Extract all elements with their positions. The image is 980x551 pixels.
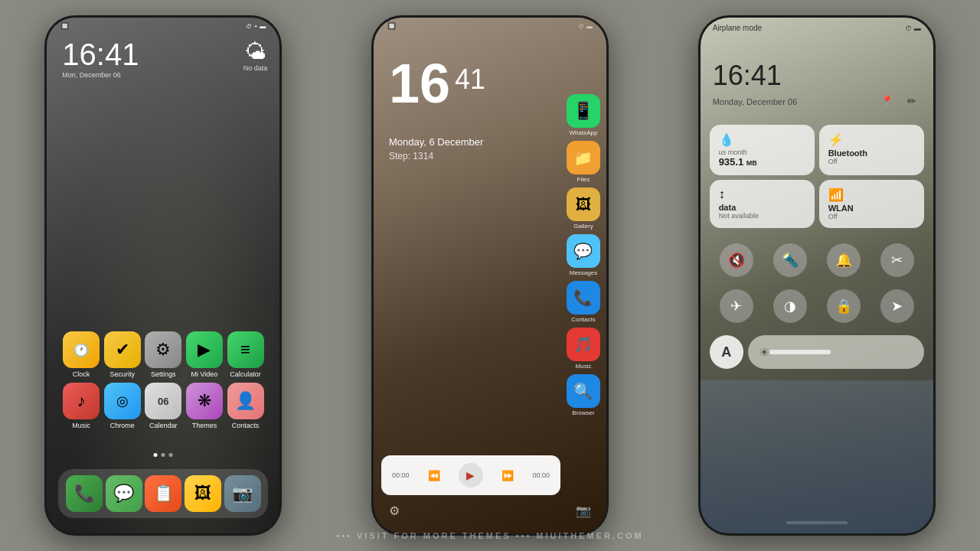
bluetooth-subtitle: Off: [828, 158, 915, 165]
app-calculator[interactable]: ≡ Calculator: [227, 331, 264, 378]
flashlight-button[interactable]: 🔦: [773, 243, 807, 277]
phone2-date-display: Monday, 6 December Step: 1314: [389, 136, 483, 161]
data-usage-tile[interactable]: 💧 us month 935.1 MB: [710, 125, 815, 175]
bluetooth-title: Bluetooth: [828, 148, 915, 158]
location-icon-btn[interactable]: 📍: [878, 92, 897, 110]
camera-bottom-icon[interactable]: 📷: [576, 504, 591, 518]
wlan-subtitle: Off: [828, 213, 915, 220]
data-usage-value: 935.1 MB: [719, 156, 805, 168]
whatsapp-icon: 📱: [567, 94, 600, 128]
dock-phone[interactable]: 📞: [66, 475, 103, 512]
app-calendar[interactable]: 06 Calendar: [145, 383, 181, 429]
music-sidebar-label: Music: [576, 363, 592, 370]
calendar-label: Calendar: [149, 422, 178, 429]
sidebar-whatsapp[interactable]: 📱 WhatsApp: [567, 94, 600, 136]
dock-list[interactable]: 📋: [145, 475, 181, 512]
data-usage-icon: 💧: [719, 132, 734, 147]
status-bar-2: 🔲 ⏱ ▬: [374, 18, 606, 30]
dock-camera[interactable]: 📷: [224, 475, 261, 512]
sidebar-apps: 📱 WhatsApp 📁 Files 🖼 Gallery 💬 Messages …: [567, 94, 600, 416]
forward-button[interactable]: ⏩: [501, 470, 514, 481]
messages-sidebar-icon: 💬: [567, 234, 600, 268]
lock-button[interactable]: 🔒: [827, 289, 861, 323]
sidebar-files[interactable]: 📁 Files: [567, 141, 600, 183]
airplane-button[interactable]: ✈: [720, 289, 753, 323]
app-mivideo[interactable]: ▶ Mi Video: [186, 331, 223, 378]
messages-app-icon: 💬: [106, 475, 142, 512]
screenshot-button[interactable]: ✂: [880, 243, 914, 277]
music-app-icon: ♪: [63, 383, 100, 419]
mute-button[interactable]: 🔇: [720, 243, 753, 277]
phone-3: Airplane mode ⏱ ▬ 16:41 Monday, December…: [698, 15, 936, 536]
dock-bar: 📞 💬 📋 🖼 📷: [58, 469, 268, 518]
phone2-date: Monday, 6 December: [389, 136, 483, 148]
play-button[interactable]: ▶: [459, 463, 483, 487]
contrast-button[interactable]: ◑: [773, 289, 807, 323]
app-clock[interactable]: 🕐 Clock: [63, 331, 100, 378]
mobile-data-tile[interactable]: ↕ data Not available: [710, 180, 815, 228]
contacts-sidebar-icon: 📞: [567, 281, 600, 315]
music-player-bar: 00:00 ⏪ ▶ ⏩ 00:00: [381, 455, 560, 495]
app-security[interactable]: ✔ Security: [104, 331, 141, 378]
dock-messages[interactable]: 💬: [106, 475, 142, 512]
mobile-data-icon: ↕: [719, 187, 725, 201]
sidebar-gallery[interactable]: 🖼 Gallery: [567, 187, 600, 230]
app-themes[interactable]: ❋ Themes: [186, 383, 223, 429]
dock-gallery[interactable]: 🖼: [185, 475, 221, 512]
messages-sidebar-label: Messages: [570, 269, 597, 276]
mivideo-label: Mi Video: [191, 370, 217, 378]
gallery-sidebar-icon: 🖼: [567, 187, 600, 221]
app-chrome[interactable]: ◎ Chrome: [104, 383, 141, 429]
themes-app-icon: ❋: [186, 383, 223, 419]
gallery-app-icon: 🖼: [185, 475, 221, 512]
sidebar-browser[interactable]: 🔍 Browser: [567, 374, 600, 416]
phone2-steps: Step: 1314: [389, 151, 483, 161]
phone2-hour: 16: [389, 56, 450, 111]
sidebar-music[interactable]: 🎵 Music: [567, 328, 600, 370]
dot-3: [169, 453, 173, 457]
weather-text: No data: [243, 64, 268, 72]
wifi-icon: 📶: [828, 187, 844, 202]
chrome-app-icon: ◎: [104, 383, 141, 419]
mobile-data-title: data: [719, 203, 805, 212]
phone2-minute: 41: [455, 64, 485, 96]
whatsapp-label: WhatsApp: [570, 129, 598, 136]
security-app-icon: ✔: [104, 331, 141, 368]
bottom-blur-area: [701, 380, 933, 533]
clock-label: Clock: [73, 370, 90, 378]
mobile-data-subtitle: Not available: [719, 212, 805, 220]
phone1-status-left: 🔲: [60, 22, 69, 30]
contacts-label: Contacts: [232, 422, 260, 429]
phone3-battery-icon: ▬: [914, 24, 921, 32]
app-music[interactable]: ♪ Music: [63, 383, 100, 429]
phone-2: 🔲 ⏱ ▬ 16 41 Monday, 6 December Step: 131…: [371, 15, 609, 536]
settings-bottom-icon[interactable]: ⚙: [389, 504, 400, 518]
rewind-button[interactable]: ⏪: [428, 470, 440, 481]
phone1-clock: 16:41: [62, 39, 139, 70]
wlan-tile[interactable]: 📶 WLAN Off: [819, 180, 924, 228]
notification-button[interactable]: 🔔: [827, 243, 861, 277]
edit-icon-btn[interactable]: ✏: [903, 92, 921, 110]
brightness-slider[interactable]: ☀: [748, 335, 924, 369]
sidebar-contacts[interactable]: 📞 Contacts: [567, 281, 600, 323]
camera-app-icon: 📷: [224, 475, 261, 512]
contacts-sidebar-label: Contacts: [571, 316, 596, 323]
player-time-start: 00:00: [392, 471, 410, 479]
bluetooth-tile[interactable]: ⚡ Bluetooth Off: [819, 125, 924, 175]
phone1-date: Mon, December 06: [62, 71, 139, 79]
compass-button[interactable]: ➤: [880, 289, 914, 323]
app-contacts[interactable]: 👤 Contacts: [227, 383, 264, 429]
weather-icon: 🌤: [243, 39, 268, 64]
calculator-app-icon: ≡: [227, 331, 264, 368]
signal-icon: +: [254, 23, 258, 30]
brightness-icon: ☀: [759, 345, 769, 360]
security-label: Security: [109, 370, 135, 378]
font-size-button[interactable]: A: [710, 335, 743, 369]
files-icon: 📁: [567, 141, 600, 174]
phone1-weather: 🌤 No data: [243, 39, 268, 72]
app-settings[interactable]: ⚙ Settings: [145, 331, 181, 378]
phone3-clock-icon: ⏱: [905, 24, 912, 32]
player-time-end: 00:00: [532, 471, 550, 479]
sidebar-messages[interactable]: 💬 Messages: [567, 234, 600, 276]
app-row-1: 🕐 Clock ✔ Security ⚙ Settings ▶ Mi V: [53, 331, 273, 378]
